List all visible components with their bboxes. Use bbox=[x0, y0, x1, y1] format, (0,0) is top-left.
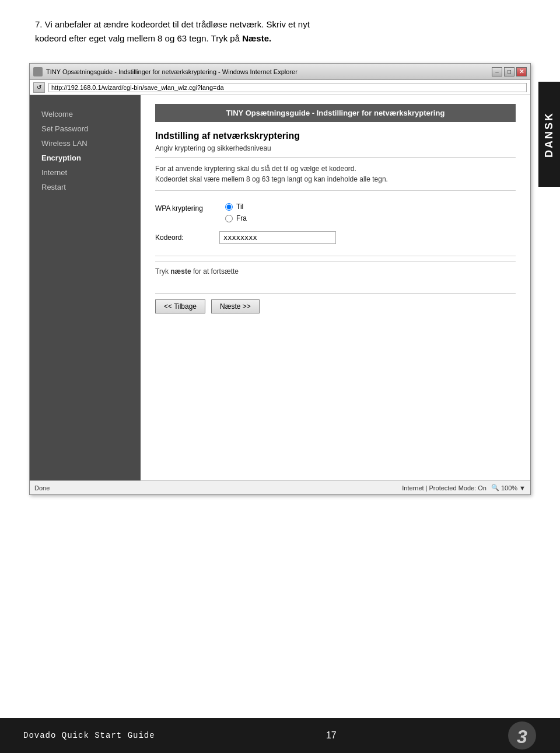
radio-fra-option[interactable]: Fra bbox=[225, 214, 247, 222]
radio-til-option[interactable]: Til bbox=[225, 203, 247, 211]
desc-line2: Kodeordet skal være mellem 8 og 63 tegn … bbox=[155, 175, 388, 183]
nav-item-encryption[interactable]: Encryption bbox=[38, 151, 132, 165]
radio-fra-input[interactable] bbox=[225, 215, 233, 222]
instruction-line2: kodeord efter eget valg mellem 8 og 63 t… bbox=[35, 33, 242, 43]
kodeord-label: Kodeord: bbox=[155, 233, 214, 242]
main-content-area: TINY Opsætningsguide - Indstillinger for… bbox=[141, 95, 530, 480]
address-input[interactable] bbox=[48, 83, 527, 92]
continue-suffix: for at fortsætte bbox=[191, 267, 239, 276]
divider bbox=[155, 256, 516, 256]
instruction-text: 7. Vi anbefaler at ændre kodeordet til d… bbox=[0, 0, 560, 57]
title-bar-left: TINY Opsætningsguide - Indstillinger for… bbox=[33, 67, 298, 76]
zoom-arrow: ▼ bbox=[519, 484, 526, 491]
continue-bold: næste bbox=[170, 267, 191, 276]
section-title: Indstilling af netværkskryptering bbox=[155, 131, 516, 141]
naeste-button[interactable]: Næste >> bbox=[211, 299, 260, 313]
status-right: Internet | Protected Mode: On 🔍 100% ▼ bbox=[402, 484, 526, 491]
instruction-bold: Næste. bbox=[242, 33, 271, 43]
desc-line1: For at anvende kryptering skal du slå de… bbox=[155, 165, 356, 173]
browser-content: Welcome Set Password Wireless LAN Encryp… bbox=[30, 95, 530, 480]
dansk-label: DANSK bbox=[538, 82, 560, 187]
page-footer: Dovado Quick Start Guide 17 3 bbox=[0, 718, 560, 753]
description-text: For at anvende kryptering skal du slå de… bbox=[155, 163, 516, 191]
footer-title: Dovado Quick Start Guide bbox=[23, 731, 155, 740]
nav-item-setpassword[interactable]: Set Password bbox=[38, 121, 132, 136]
restore-button[interactable]: □ bbox=[504, 67, 514, 76]
back-button[interactable]: ↺ bbox=[33, 82, 45, 93]
continue-prefix: Tryk bbox=[155, 267, 170, 276]
wpa-radio-group: Til Fra bbox=[225, 203, 247, 222]
wpa-form-row: WPA kryptering Til Fra bbox=[155, 203, 516, 222]
button-row: << Tilbage Næste >> bbox=[155, 293, 516, 313]
nav-item-welcome[interactable]: Welcome bbox=[38, 107, 132, 121]
zoom-level: 100% bbox=[501, 484, 517, 491]
section-subtitle: Angiv kryptering og sikkerhedsniveau bbox=[155, 144, 516, 158]
tilbage-button[interactable]: << Tilbage bbox=[155, 299, 205, 313]
svg-text:3: 3 bbox=[517, 726, 527, 747]
radio-fra-label: Fra bbox=[236, 214, 247, 222]
continue-text: Tryk næste for at fortsætte bbox=[155, 261, 516, 276]
nav-item-wirelesslan[interactable]: Wireless LAN bbox=[38, 136, 132, 151]
page-header: TINY Opsætningsguide - Indstillinger for… bbox=[155, 104, 516, 122]
footer-logo: 3 bbox=[508, 721, 537, 750]
instruction-line1: 7. Vi anbefaler at ændre kodeordet til d… bbox=[35, 19, 310, 29]
zoom-control[interactable]: 🔍 100% ▼ bbox=[491, 484, 526, 491]
window-controls[interactable]: – □ ✕ bbox=[492, 67, 527, 76]
address-bar: ↺ bbox=[30, 80, 530, 95]
status-done: Done bbox=[34, 484, 50, 491]
wpa-label: WPA kryptering bbox=[155, 203, 214, 212]
radio-til-input[interactable] bbox=[225, 203, 233, 211]
radio-til-label: Til bbox=[236, 203, 243, 211]
browser-title: TINY Opsætningsguide - Indstillinger for… bbox=[46, 68, 298, 75]
kodeord-input[interactable] bbox=[219, 231, 336, 244]
zoom-icon: 🔍 bbox=[491, 484, 499, 491]
title-bar: TINY Opsætningsguide - Indstillinger for… bbox=[30, 64, 530, 80]
kodeord-row: Kodeord: bbox=[155, 231, 516, 244]
close-button[interactable]: ✕ bbox=[516, 67, 527, 76]
internet-mode-text: Internet | Protected Mode: On bbox=[402, 484, 487, 491]
browser-icon bbox=[33, 67, 43, 76]
footer-page-number: 17 bbox=[326, 730, 337, 741]
nav-item-internet[interactable]: Internet bbox=[38, 165, 132, 180]
nav-item-restart[interactable]: Restart bbox=[38, 180, 132, 194]
browser-window: TINY Opsætningsguide - Indstillinger for… bbox=[29, 63, 531, 495]
nav-sidebar: Welcome Set Password Wireless LAN Encryp… bbox=[30, 95, 141, 480]
minimize-button[interactable]: – bbox=[492, 67, 502, 76]
status-bar: Done Internet | Protected Mode: On 🔍 100… bbox=[30, 480, 530, 494]
